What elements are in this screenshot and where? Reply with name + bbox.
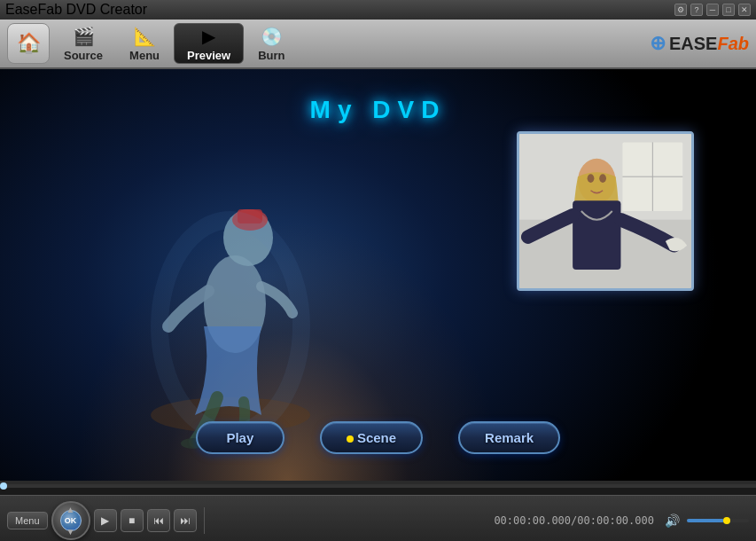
tab-menu[interactable]: 📐 Menu [117, 23, 172, 64]
logo-fab: Fab [717, 34, 749, 54]
volume-knob[interactable] [723, 517, 730, 524]
play-button[interactable]: Play [196, 421, 284, 454]
progress-area[interactable] [0, 484, 756, 495]
tab-source[interactable]: 🎬 Source [51, 23, 115, 64]
remark-button[interactable]: Remark [458, 421, 560, 454]
svg-point-16 [599, 174, 606, 183]
prev-button[interactable]: ⏮ [147, 509, 170, 532]
source-label: Source [64, 49, 103, 62]
preview-label: Preview [187, 49, 230, 62]
volume-icon[interactable]: 🔊 [665, 514, 680, 528]
remark-label: Remark [485, 430, 534, 445]
preview-icon: ▶ [202, 26, 215, 47]
home-button[interactable]: 🏠 [7, 23, 50, 64]
play-label: Play [226, 430, 253, 445]
scene-label: Scene [357, 430, 396, 445]
progress-bar[interactable] [0, 484, 756, 488]
volume-slider[interactable] [687, 519, 749, 522]
thumbnail-content [519, 134, 691, 288]
down-arrow-icon: ▼ [66, 527, 75, 537]
controls-bar: Menu ▲ OK ▼ ▶ ■ ⏮ ⏭ 00:00:00.000/00:00:0… [0, 495, 756, 541]
menu-control-button[interactable]: Menu [7, 512, 48, 529]
help-button[interactable]: ? [690, 4, 703, 16]
timecode-display: 00:00:00.000/00:00:00.000 [494, 514, 654, 527]
tab-preview[interactable]: ▶ Preview [174, 23, 244, 64]
ok-button[interactable]: ▲ OK ▼ [51, 501, 90, 540]
source-icon: 🎬 [73, 26, 95, 47]
scene-button[interactable]: Scene [320, 421, 423, 454]
dvd-title: My DVD [0, 96, 756, 124]
separator [204, 507, 205, 534]
scene-dot [347, 435, 354, 443]
progress-knob[interactable] [0, 482, 7, 490]
dancer-figure [106, 149, 355, 451]
menu-label: Menu [129, 49, 160, 62]
close-button[interactable]: ✕ [738, 4, 751, 16]
video-thumbnail [517, 131, 694, 291]
burn-icon: 💿 [261, 26, 283, 47]
toolbar: 🏠 🎬 Source 📐 Menu ▶ Preview 💿 Burn ⊕ EAS… [0, 20, 756, 69]
easefab-logo: ⊕ EASEFab [650, 32, 749, 55]
burn-label: Burn [258, 49, 284, 62]
stop-button[interactable]: ■ [121, 509, 144, 532]
svg-point-15 [588, 174, 595, 183]
play-ctrl-button[interactable]: ▶ [94, 509, 117, 532]
dvd-menu-buttons: Play Scene Remark [0, 421, 756, 454]
app-title: EaseFab DVD Creator [5, 2, 147, 18]
menu-icon: 📐 [134, 26, 156, 47]
volume-fill [687, 519, 724, 522]
next-button[interactable]: ⏭ [174, 509, 197, 532]
preview-area: My DVD [0, 69, 756, 481]
up-arrow-icon: ▲ [66, 505, 75, 514]
titlebar-controls: ⚙ ? ─ □ ✕ [674, 4, 751, 16]
maximize-button[interactable]: □ [722, 4, 735, 16]
minimize-button[interactable]: ─ [706, 4, 719, 16]
logo-ease: EASE [669, 34, 717, 54]
svg-rect-14 [573, 200, 620, 270]
settings-button[interactable]: ⚙ [674, 4, 687, 16]
titlebar: EaseFab DVD Creator ⚙ ? ─ □ ✕ [0, 0, 756, 20]
tab-burn[interactable]: 💿 Burn [246, 23, 297, 64]
